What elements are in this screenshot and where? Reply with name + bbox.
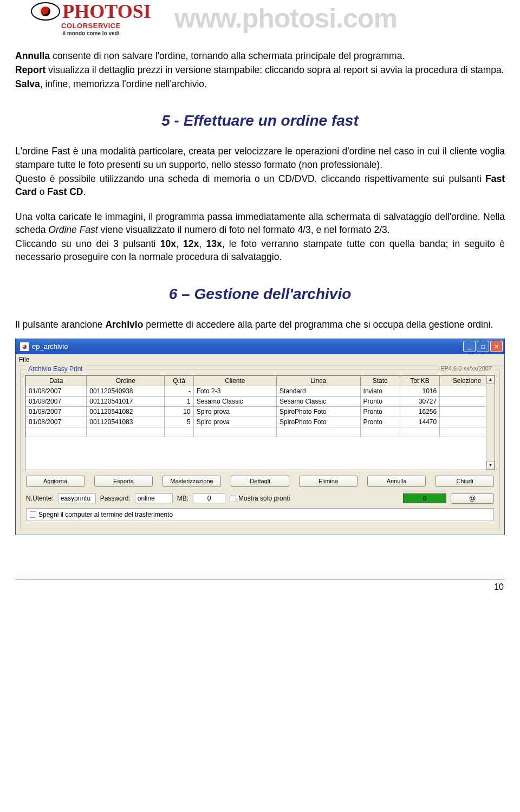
archive-groupbox: Archivio Easy Print EP4.6.0 xx/xx/2007 D… [20,369,500,529]
logo: PHOTOSI COLORSERVICE il mondo come lo ve… [15,0,167,36]
btn-chiudi[interactable]: Chiudi [435,476,494,487]
btn-aggiorna[interactable]: Aggiorna [26,476,84,487]
table-row[interactable]: 01/08/20070011205410171Sesamo ClassicSes… [26,396,495,406]
sec5-p2: Questo è possibile utilizzando una sched… [15,172,505,198]
btn-dettagli[interactable]: Dettagli [231,476,289,487]
titlebar: ◕ ep_archivio _ □ × [16,339,504,354]
heading-5: 5 - Effettuare un ordine fast [15,112,505,129]
intro-salva: Salva, infine, memorizza l'ordine nell'a… [15,77,505,90]
orders-table[interactable]: Data Ordine Q.tà Cliente Linea Stato Tot… [25,375,495,470]
btn-annulla[interactable]: Annulla [367,476,426,487]
sec5-p4: Cliccando su uno dei 3 pulsanti 10x, 12x… [15,237,505,263]
menu-file[interactable]: File [19,356,29,363]
label-nutente: N.Utente: [26,495,54,502]
app-icon: ◕ [20,342,29,351]
btn-elimina[interactable]: Elimina [299,476,358,487]
col-qta[interactable]: Q.tà [165,375,193,386]
table-row [26,427,495,437]
page-number: 10 [15,580,505,592]
chk-shutdown[interactable] [30,511,36,518]
sec5-p3: Una volta caricate le immagini, il progr… [15,210,505,236]
label-mb: MB: [177,495,188,502]
shutdown-row[interactable]: Spegni il computer al termine del trasfe… [26,508,494,521]
version-label: EP4.6.0 xx/xx/2007 [438,365,494,372]
col-totkb[interactable]: Tot KB [400,375,439,386]
brand-tagline: il mondo come lo vedi [62,30,119,36]
table-row[interactable]: 01/08/200700112054108210Spiro provaSpiro… [26,406,495,417]
col-data[interactable]: Data [26,375,87,386]
intro-annulla: Annulla consente di non salvare l'ordine… [15,49,505,62]
status-row: N.Utente: easyprintu Password: online MB… [25,491,495,507]
scroll-up-icon[interactable]: ▲ [486,375,495,384]
button-row: Aggiorna Esporta Masterizzazione Dettagl… [25,476,495,487]
window-title: ep_archivio [32,342,462,350]
header-url: www.photosi.com [174,3,397,34]
scroll-down-icon[interactable]: ▼ [486,461,495,470]
eye-icon [31,2,60,21]
menu-bar: File [16,354,504,366]
brand-sub: COLORSERVICE [61,22,121,30]
label-shutdown: Spegni il computer al termine del trasfe… [38,511,173,518]
scrollbar[interactable]: ▲ ▼ [486,375,495,470]
field-password[interactable]: online [135,493,173,503]
btn-masterizzazione[interactable]: Masterizzazione [162,476,221,487]
col-ordine[interactable]: Ordine [87,375,165,386]
page-header: PHOTOSI COLORSERVICE il mondo come lo ve… [15,0,505,36]
maximize-button[interactable]: □ [477,341,489,352]
btn-esporta[interactable]: Esporta [94,476,153,487]
field-mb[interactable]: 0 [193,493,225,503]
intro-report: Report visualizza il dettaglio prezzi in… [15,63,505,76]
brand-name: PHOTOSI [62,0,151,23]
table-row[interactable]: 01/08/2007001120540938-Foto 2-3StandardI… [26,386,495,396]
col-stato[interactable]: Stato [360,375,400,386]
status-led: 0 [403,493,446,503]
label-password: Password: [100,495,131,502]
close-button[interactable]: × [490,341,503,352]
col-cliente[interactable]: Cliente [193,375,276,386]
chk-mostra-pronti[interactable]: Mostra solo pronti [230,495,290,502]
heading-6: 6 – Gestione dell'archivio [15,285,505,303]
sec5-p1: L'ordine Fast è una modalità particolare… [15,145,505,171]
groupbox-title: Archivio Easy Print [26,365,85,373]
field-nutente[interactable]: easyprintu [58,493,96,503]
btn-at[interactable]: @ [451,493,494,504]
archive-window: ◕ ep_archivio _ □ × File Archivio Easy P… [15,339,505,535]
table-row[interactable]: 01/08/20070011205410835Spiro provaSpiroP… [26,417,495,427]
col-linea[interactable]: Linea [277,375,361,386]
sec6-p1: Il pulsante arancione Archivio permette … [15,318,505,331]
minimize-button[interactable]: _ [463,341,476,352]
